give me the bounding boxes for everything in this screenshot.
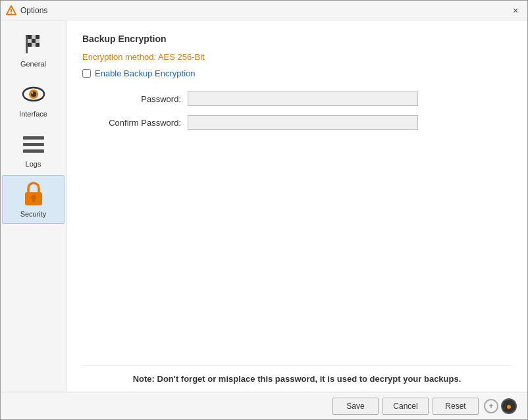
content-area: General Interface (1, 20, 527, 392)
sidebar: General Interface (1, 20, 66, 392)
title-bar-left: Options (6, 5, 47, 16)
confirm-password-label: Confirm Password: (82, 118, 188, 128)
sidebar-item-security-label: Security (20, 210, 47, 218)
svg-rect-8 (32, 39, 36, 43)
title-bar: Options × (1, 1, 527, 20)
save-button[interactable]: Save (332, 398, 379, 415)
title-bar-title: Options (20, 6, 47, 15)
svg-point-16 (31, 92, 33, 94)
svg-rect-3 (26, 35, 28, 53)
confirm-password-row: Confirm Password: (82, 115, 512, 130)
svg-rect-19 (32, 198, 35, 202)
main-panel: Backup Encryption Encryption method: AES… (66, 20, 527, 392)
logo-area: + ● (489, 398, 517, 414)
reset-button[interactable]: Reset (433, 398, 479, 415)
enable-row: Enable Backup Encryption (82, 68, 512, 78)
encryption-method: Encryption method: AES 256-Bit (82, 52, 512, 62)
svg-rect-5 (32, 35, 36, 39)
svg-point-2 (11, 13, 12, 14)
enable-backup-encryption-label[interactable]: Enable Backup Encryption (95, 68, 195, 78)
confirm-password-input[interactable] (188, 115, 418, 130)
sidebar-item-logs[interactable]: Logs (2, 125, 65, 174)
sidebar-item-interface-label: Interface (19, 110, 47, 118)
app-icon (6, 5, 16, 16)
flag-icon (20, 31, 47, 57)
logs-icon (20, 131, 47, 157)
svg-rect-7 (28, 39, 32, 43)
options-window: Options × (0, 0, 528, 420)
sidebar-item-security[interactable]: Security (2, 175, 65, 224)
password-label: Password: (82, 94, 188, 104)
sidebar-item-logs-label: Logs (26, 160, 41, 168)
svg-rect-9 (36, 39, 40, 43)
lock-icon (20, 181, 47, 207)
section-title: Backup Encryption (82, 34, 512, 44)
sidebar-item-general[interactable]: General (2, 25, 65, 74)
svg-rect-4 (28, 35, 32, 39)
sidebar-item-general-label: General (20, 60, 46, 68)
bottom-bar: Save Cancel Reset + ● (1, 392, 527, 419)
sidebar-item-interface[interactable]: Interface (2, 75, 65, 124)
enable-backup-encryption-checkbox[interactable] (82, 69, 91, 78)
eye-icon (20, 81, 47, 107)
password-row: Password: (82, 92, 512, 106)
svg-rect-11 (32, 43, 36, 47)
cancel-button[interactable]: Cancel (383, 398, 429, 415)
logo-main-icon: ● (501, 398, 517, 414)
svg-rect-10 (28, 43, 32, 47)
svg-rect-6 (36, 35, 40, 39)
bottom-note: Note: Don't forget or misplace this pass… (82, 365, 512, 392)
svg-rect-12 (36, 43, 40, 47)
close-button[interactable]: × (509, 4, 522, 17)
password-input[interactable] (188, 92, 418, 106)
logo-plus-icon: + (484, 399, 498, 413)
